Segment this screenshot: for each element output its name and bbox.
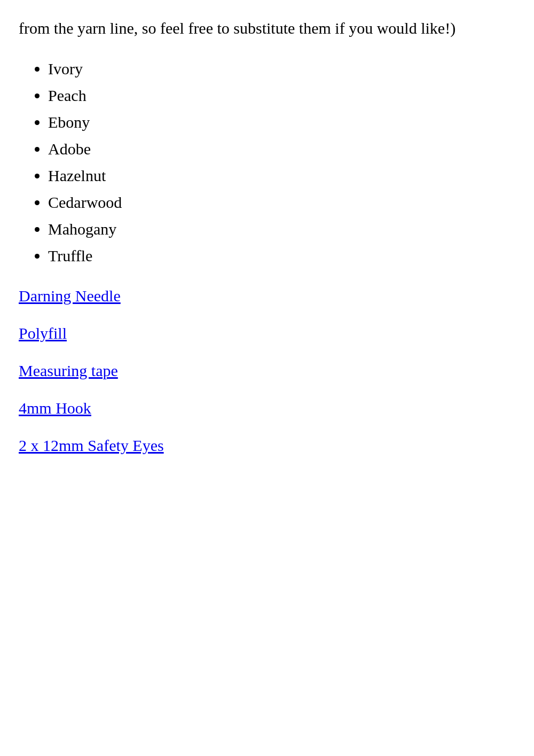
safety-eyes-link[interactable]: 2 x 12mm Safety Eyes [19,434,515,457]
yarn-color-list: Ivory Peach Ebony Adobe Hazelnut Cedarwo… [48,56,515,269]
measuring-tape-link[interactable]: Measuring tape [19,360,515,382]
darning-needle-link[interactable]: Darning Needle [19,285,515,307]
list-item: Cedarwood [48,190,515,215]
intro-text: from the yarn line, so feel free to subs… [19,16,515,40]
list-item: Adobe [48,136,515,162]
list-item: Peach [48,83,515,108]
4mm-hook-link[interactable]: 4mm Hook [19,397,515,419]
list-item: Hazelnut [48,163,515,189]
list-item: Truffle [48,243,515,269]
links-section: Darning Needle Polyfill Measuring tape 4… [19,285,515,457]
list-item: Ebony [48,110,515,135]
list-item: Ivory [48,56,515,82]
polyfill-link[interactable]: Polyfill [19,322,515,345]
list-item: Mahogany [48,216,515,242]
